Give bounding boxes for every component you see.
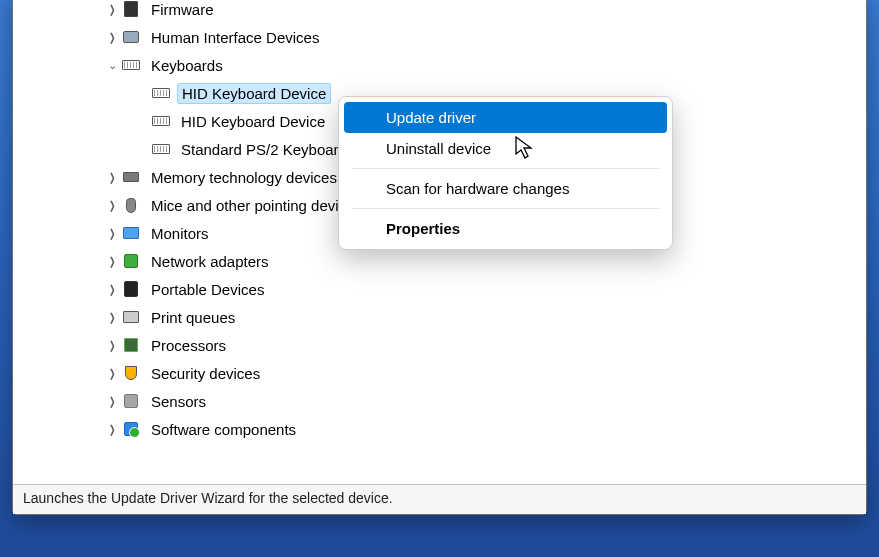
portable-icon (121, 279, 141, 299)
tree-node[interactable]: ❯Security devices (73, 359, 813, 387)
tree-node[interactable]: ❯Human Interface Devices (73, 23, 813, 51)
security-icon (121, 363, 141, 383)
tree-node-label: Sensors (147, 392, 210, 411)
tree-node-label: Human Interface Devices (147, 28, 323, 47)
tree-node[interactable]: ❯Portable Devices (73, 275, 813, 303)
chevron-right-icon[interactable]: ❯ (106, 283, 119, 296)
tree-node-label: HID Keyboard Device (177, 112, 329, 131)
status-text: Launches the Update Driver Wizard for th… (23, 490, 393, 506)
cpu-icon (121, 335, 141, 355)
chevron-right-icon[interactable]: ❯ (106, 31, 119, 44)
chevron-right-icon[interactable]: ❯ (106, 395, 119, 408)
menu-update-driver[interactable]: Update driver (344, 102, 667, 133)
tree-node-label: HID Keyboard Device (177, 83, 331, 104)
chevron-right-icon[interactable]: ❯ (106, 227, 119, 240)
keyboard-icon (121, 55, 141, 75)
tree-node[interactable]: ❯Software components (73, 415, 813, 443)
tree-node[interactable]: ⌄Keyboards (73, 51, 813, 79)
tree-node[interactable]: ❯Print queues (73, 303, 813, 331)
tree-node-label: Monitors (147, 224, 213, 243)
chevron-right-icon[interactable]: ❯ (106, 171, 119, 184)
device-manager-window: ❯Firmware❯Human Interface Devices⌄Keyboa… (12, 0, 867, 515)
tree-node[interactable]: ❯Firmware (73, 0, 813, 23)
chevron-right-icon[interactable]: ❯ (106, 3, 119, 16)
keyboard-icon (151, 111, 171, 131)
tree-node-label: Security devices (147, 364, 264, 383)
tree-node-label: Print queues (147, 308, 239, 327)
tree-node-label: Standard PS/2 Keyboard (177, 140, 351, 159)
tree-node-label: Processors (147, 336, 230, 355)
context-menu: Update driver Uninstall device Scan for … (338, 96, 673, 250)
tree-node[interactable]: ❯Processors (73, 331, 813, 359)
network-icon (121, 251, 141, 271)
firmware-icon (121, 0, 141, 19)
keyboard-icon (151, 139, 171, 159)
hid-icon (121, 27, 141, 47)
menu-separator (352, 168, 659, 169)
menu-separator (352, 208, 659, 209)
chevron-down-icon[interactable]: ⌄ (103, 59, 121, 72)
tree-node-label: Network adapters (147, 252, 273, 271)
chevron-right-icon[interactable]: ❯ (106, 367, 119, 380)
tree-node[interactable]: ❯Network adapters (73, 247, 813, 275)
keyboard-icon (151, 83, 171, 103)
tree-node-label: Firmware (147, 0, 218, 19)
chevron-right-icon[interactable]: ❯ (106, 339, 119, 352)
menu-uninstall-device[interactable]: Uninstall device (344, 133, 667, 164)
tree-node-label: Portable Devices (147, 280, 268, 299)
tree-node-label: Software components (147, 420, 300, 439)
tree-node-label: Memory technology devices (147, 168, 341, 187)
monitor-icon (121, 223, 141, 243)
chevron-right-icon[interactable]: ❯ (106, 255, 119, 268)
memory-icon (121, 167, 141, 187)
tree-node[interactable]: ❯Sensors (73, 387, 813, 415)
menu-properties[interactable]: Properties (344, 213, 667, 244)
status-bar: Launches the Update Driver Wizard for th… (13, 484, 866, 514)
tree-node-label: Mice and other pointing devices (147, 196, 366, 215)
chevron-right-icon[interactable]: ❯ (106, 311, 119, 324)
menu-scan-hardware[interactable]: Scan for hardware changes (344, 173, 667, 204)
software-icon (121, 419, 141, 439)
mouse-icon (121, 195, 141, 215)
sensor-icon (121, 391, 141, 411)
printer-icon (121, 307, 141, 327)
chevron-right-icon[interactable]: ❯ (106, 199, 119, 212)
chevron-right-icon[interactable]: ❯ (106, 423, 119, 436)
tree-node-label: Keyboards (147, 56, 227, 75)
